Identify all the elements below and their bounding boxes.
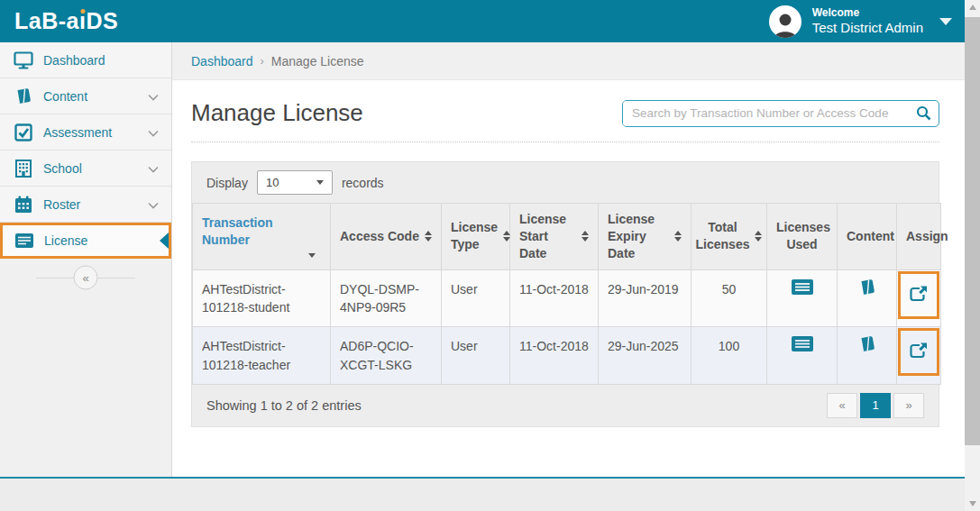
license-table-panel: Display 10 records [191,161,939,427]
list-card-icon [14,231,35,251]
sidebar-item-label: License [44,233,158,248]
active-item-arrow-icon [160,233,169,249]
column-header-assign: Assign [897,204,941,270]
table-row: AHTestDistrict-101218-student DYQL-DSMP-… [193,269,941,327]
column-header-license-expiry-date[interactable]: License Expiry Date [599,204,691,270]
content-button[interactable] [858,335,876,356]
column-label: License Expiry Date [608,211,669,262]
sidebar-collapse-row: « [0,259,171,297]
sidebar-item-roster[interactable]: Roster [0,187,171,223]
main-area: Dashboard › Manage License Manage Licens… [171,42,965,477]
cell-licenses-used [767,327,838,385]
breadcrumb-current: Manage License [271,54,364,68]
sort-both-icon [755,231,762,242]
prev-chevrons-icon: « [838,398,845,412]
calendar-icon [13,195,34,214]
sidebar-item-label: School [43,161,148,176]
display-records-select[interactable]: 10 [257,170,333,195]
book-icon [858,335,876,353]
list-icon [791,278,814,296]
cell-license-type: User [442,269,510,327]
pagination-next-button[interactable]: » [893,393,924,418]
sidebar-collapse-button[interactable]: « [74,266,98,290]
sidebar-item-license[interactable]: License [0,223,171,259]
display-label: Display [206,176,248,190]
app-window: LaB-aıDS Welcome Test District Admin [0,0,965,511]
table-header-row: Transaction Number Access Code [193,204,941,270]
sidebar-item-dashboard[interactable]: Dashboard [0,42,171,78]
sidebar-item-label: Content [43,89,148,104]
column-header-transaction-number[interactable]: Transaction Number [193,204,331,270]
pagination-page-1-button[interactable]: 1 [860,393,891,418]
search-button[interactable] [908,101,939,126]
sort-desc-icon [308,253,316,258]
cell-content [838,269,897,327]
content-button[interactable] [858,278,876,299]
person-icon [773,11,798,38]
pagination-prev-button[interactable]: « [827,393,857,418]
licenses-used-button[interactable] [791,335,814,355]
user-text: Welcome Test District Admin [812,6,923,37]
column-label: Transaction Number [202,214,321,249]
sidebar-item-school[interactable]: School [0,151,171,187]
lab-aids-logo[interactable]: LaB-aıDS [14,8,118,34]
chevron-down-icon [148,124,159,141]
sort-both-icon [503,231,510,242]
logo-text-part2: DS [86,8,118,34]
user-menu-caret-icon[interactable] [939,18,952,25]
sort-both-icon [425,231,432,242]
cell-transaction-number: AHTestDistrict-101218-teacher [193,327,331,385]
book-icon [13,87,34,106]
scrollbar-thumb[interactable] [965,17,980,445]
sidebar-item-label: Dashboard [43,53,160,68]
column-label: Total Licenses [696,219,750,253]
assign-button[interactable] [909,342,929,362]
next-chevrons-icon: » [905,398,911,412]
book-icon [858,278,876,297]
assign-highlight-box [898,271,939,319]
column-header-license-type[interactable]: License Type [442,204,510,270]
display-records-control: Display 10 records [192,162,939,203]
cell-access-code: DYQL-DSMP-4NP9-09R5 [331,269,442,327]
cell-transaction-number: AHTestDistrict-101218-student [193,269,331,327]
column-label: License Type [451,219,498,253]
list-icon [791,335,814,352]
arrow-up-icon [969,5,976,10]
cell-license-start-date: 11-Oct-2018 [510,327,599,385]
breadcrumb-dashboard-link[interactable]: Dashboard [191,54,253,68]
cell-assign [897,327,941,385]
user-avatar [769,5,801,38]
monitor-icon [13,50,34,70]
assign-highlight-box [898,328,939,376]
scrollbar-up-arrow[interactable] [965,0,980,14]
column-header-content: Content [838,204,897,270]
table-footer: Showing 1 to 2 of 2 entries « 1 » [192,385,939,426]
sidebar-item-content[interactable]: Content [0,78,171,114]
records-label: records [342,176,384,190]
licenses-used-button[interactable] [791,278,814,298]
check-square-icon [13,123,34,142]
column-header-access-code[interactable]: Access Code [331,204,442,270]
search-input[interactable] [623,101,908,126]
sidebar-item-assessment[interactable]: Assessment [0,114,171,151]
entries-summary: Showing 1 to 2 of 2 entries [206,398,362,413]
license-table: Transaction Number Access Code [192,203,941,385]
column-label: License Start Date [519,211,576,262]
column-header-total-licenses[interactable]: Total Licenses [691,204,767,270]
column-label: Access Code [340,228,419,245]
sort-both-icon [582,231,589,242]
share-icon [909,285,929,303]
user-menu[interactable]: Welcome Test District Admin [769,5,952,38]
scrollbar-down-arrow[interactable] [965,497,980,511]
assign-button[interactable] [909,285,929,306]
breadcrumb-separator: › [261,54,264,68]
column-label: Content [847,229,894,243]
search-box [622,100,939,127]
logo-text-part1: LaB-a [14,8,79,34]
top-header-bar: LaB-aıDS Welcome Test District Admin [0,0,965,42]
page-number: 1 [872,398,878,412]
scrollbar-track[interactable] [965,14,980,497]
vertical-scrollbar [965,0,980,511]
breadcrumb: Dashboard › Manage License [172,42,965,80]
column-header-license-start-date[interactable]: License Start Date [510,204,599,270]
